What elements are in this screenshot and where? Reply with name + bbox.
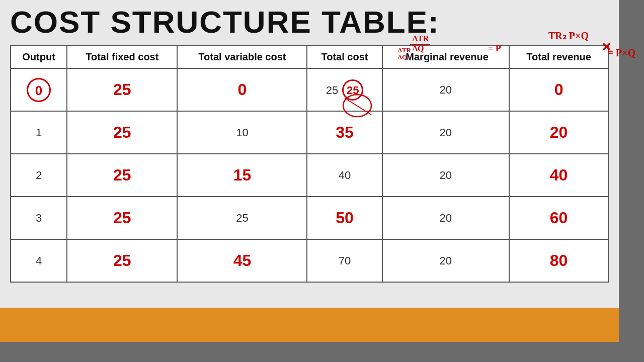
table-row: 4 25 45 70 20 80 — [11, 239, 608, 282]
cell-tfc-0: 25 — [67, 68, 177, 111]
cost-structure-table: Output Total fixed cost Total variable c… — [10, 45, 609, 283]
cell-tc-1: 35 — [307, 111, 382, 154]
header-total-revenue: Total revenue = P×Q — [509, 46, 608, 68]
cell-tvc-1: 10 — [177, 111, 307, 154]
cell-mr-1: 20 — [382, 111, 510, 154]
cell-tr-4: 80 — [509, 239, 608, 282]
cell-tc-3: 50 — [307, 197, 382, 239]
cell-tr-3: 60 — [509, 197, 608, 239]
cell-tvc-2: 15 — [177, 154, 307, 197]
cell-tvc-3: 25 — [177, 197, 307, 239]
page-title: COST STRUCTURE TABLE: — [10, 5, 609, 39]
cell-tc-4: 70 — [307, 239, 382, 282]
cell-tfc-4: 25 — [67, 239, 177, 282]
cell-mr-0: 20 — [382, 68, 510, 111]
cell-tfc-1: 25 — [67, 111, 177, 154]
cell-tvc-4: 45 — [177, 239, 307, 282]
header-output: Output — [11, 46, 67, 68]
cell-tvc-0: 0 — [177, 68, 307, 111]
cell-tr-1: 20 — [509, 111, 608, 154]
header-total-fixed-cost: Total fixed cost — [67, 46, 177, 68]
header-marginal-revenue: ΔTR ΔQ Marginal revenue — [382, 46, 510, 68]
cell-tfc-3: 25 — [67, 197, 177, 239]
table-row: 3 25 25 50 20 60 — [11, 197, 608, 239]
cell-output-0: 0 — [11, 68, 67, 111]
table-row: 1 25 10 35 20 20 — [11, 111, 608, 154]
table-row: 0 25 0 25 25 20 0 — [11, 68, 608, 111]
cell-mr-2: 20 — [382, 154, 510, 197]
cell-tfc-2: 25 — [67, 154, 177, 197]
table-row: 2 25 15 40 20 40 — [11, 154, 608, 197]
cell-output-2: 2 — [11, 154, 67, 197]
table-wrapper: Output Total fixed cost Total variable c… — [10, 45, 609, 283]
orange-bar — [0, 308, 619, 342]
cell-tc-2: 40 — [307, 154, 382, 197]
cell-mr-3: 20 — [382, 197, 510, 239]
cell-tr-2: 40 — [509, 154, 608, 197]
cell-output-1: 1 — [11, 111, 67, 154]
cell-output-4: 4 — [11, 239, 67, 282]
cell-tr-0: 0 — [509, 68, 608, 111]
cell-tc-0: 25 25 — [307, 68, 382, 111]
slide-container: COST STRUCTURE TABLE: Output Total fixed… — [0, 0, 619, 342]
cell-mr-4: 20 — [382, 239, 510, 282]
header-total-variable-cost: Total variable cost — [177, 46, 307, 68]
header-total-cost: Total cost — [307, 46, 382, 68]
cell-output-3: 3 — [11, 197, 67, 239]
